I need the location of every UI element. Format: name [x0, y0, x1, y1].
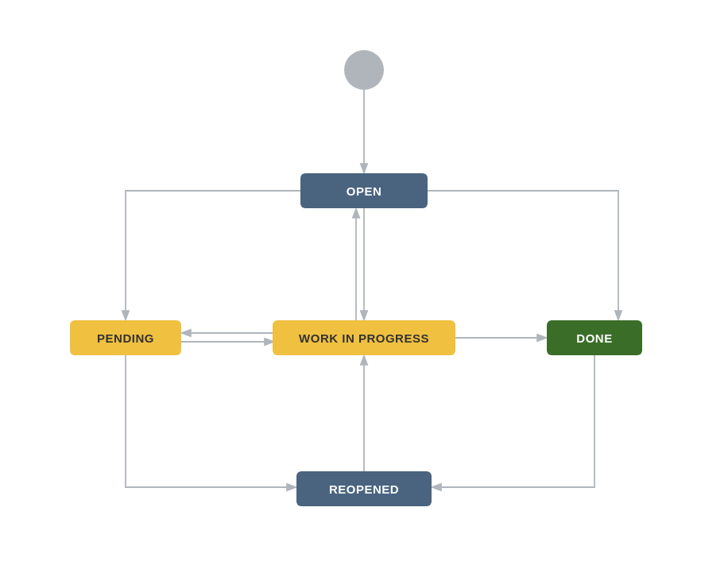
reopened-node: REOPENED [296, 471, 432, 506]
done-node: DONE [547, 320, 642, 355]
wip-node: WORK IN PROGRESS [273, 320, 455, 355]
start-node [344, 50, 384, 90]
pending-node: PENDING [70, 320, 181, 355]
open-node: OPEN [300, 173, 428, 208]
workflow-diagram: OPEN WORK IN PROGRESS PENDING DONE REOPE… [22, 18, 706, 559]
